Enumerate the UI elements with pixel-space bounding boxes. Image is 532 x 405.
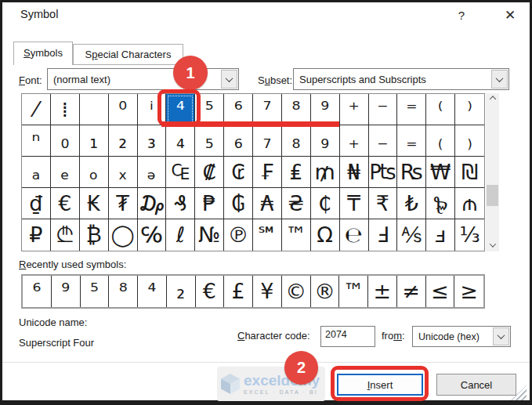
symbol-cell[interactable]: ₄ [166, 125, 195, 157]
recent-symbol-cell[interactable]: ⁸ [109, 276, 138, 307]
symbol-cell[interactable]: ⁰ [109, 94, 138, 125]
symbol-cell[interactable]: ₁ [80, 125, 109, 157]
chevron-down-icon[interactable] [221, 70, 237, 89]
symbol-cell[interactable]: Ⅎ [369, 219, 398, 251]
symbol-cell[interactable]: ₹ [369, 188, 398, 219]
symbol-cell[interactable]: ⁽ [426, 94, 455, 125]
symbol-cell[interactable]: ₴ [282, 188, 311, 219]
symbol-cell[interactable]: ₓ [109, 157, 138, 188]
symbol-cell[interactable]: ₼ [455, 188, 484, 219]
chevron-down-icon[interactable] [493, 327, 509, 345]
recent-symbol-cell[interactable]: ⁹ [52, 276, 81, 307]
symbol-cell[interactable]: ⅍ [397, 219, 426, 251]
symbol-cell[interactable]: ₳ [253, 188, 282, 219]
symbol-cell[interactable]: ₽ [22, 219, 51, 251]
symbol-cell[interactable]: ⁶ [224, 94, 253, 125]
symbol-cell[interactable]: ◯ [109, 219, 138, 251]
help-icon[interactable]: ? [450, 5, 473, 26]
symbol-cell[interactable]: ⁷ [253, 94, 282, 125]
subset-select[interactable]: Superscripts and Subscripts [293, 68, 509, 90]
chevron-down-icon[interactable] [491, 70, 508, 89]
grid-scrollbar[interactable] [486, 93, 499, 251]
symbol-cell[interactable]: ₑ [51, 157, 80, 188]
symbol-cell[interactable]: ₪ [455, 157, 484, 188]
symbol-cell[interactable]: ⁿ [22, 125, 51, 157]
symbol-cell[interactable]: ₒ [80, 157, 109, 188]
symbol-cell[interactable]: € [51, 188, 80, 219]
symbol-cell[interactable]: ₔ [138, 157, 167, 188]
recent-symbol-cell[interactable]: ⁵ [81, 276, 110, 307]
recent-symbol-cell[interactable]: ± [368, 276, 397, 307]
symbol-cell[interactable]: ⁹ [311, 94, 340, 125]
symbol-cell[interactable]: ₍ [426, 125, 455, 157]
scroll-down-icon[interactable] [486, 238, 499, 251]
symbol-cell[interactable]: ₅ [195, 125, 224, 157]
symbol-cell[interactable]: ⅎ [426, 219, 455, 251]
symbol-cell[interactable]: ₀ [51, 125, 80, 157]
symbol-cell[interactable]: № [195, 219, 224, 251]
cancel-button[interactable]: Cancel [436, 374, 516, 396]
symbol-cell[interactable]: ₿ [80, 219, 109, 251]
symbol-cell[interactable]: ⁞ [51, 94, 80, 125]
character-code-input[interactable]: 2074 [320, 326, 375, 347]
symbol-cell[interactable]: ⁄ [22, 94, 51, 125]
recent-symbol-cell[interactable]: ₂ [167, 276, 196, 307]
recent-symbol-cell[interactable]: ≤ [426, 276, 455, 307]
recent-symbol-cell[interactable]: £ [224, 276, 253, 307]
symbol-cell[interactable]: ₱ [195, 188, 224, 219]
symbol-cell[interactable]: ₨ [397, 157, 426, 188]
from-select[interactable]: Unicode (hex) [412, 326, 511, 347]
insert-button[interactable]: Insert [337, 374, 423, 396]
symbol-cell[interactable]: ₻ [426, 188, 455, 219]
symbol-cell[interactable]: ₧ [369, 157, 398, 188]
symbol-cell[interactable]: ₂ [109, 125, 138, 157]
symbol-cell[interactable]: ₸ [340, 188, 369, 219]
symbol-cell[interactable]: ₡ [195, 157, 224, 188]
symbol-cell[interactable]: ₭ [80, 188, 109, 219]
symbol-cell[interactable]: ™ [282, 219, 311, 251]
symbol-cell[interactable]: ⁱ [138, 94, 167, 125]
symbol-cell[interactable]: ₊ [340, 125, 369, 157]
symbol-cell[interactable]: ℓ [166, 219, 195, 251]
close-icon[interactable]: ✕ [498, 5, 522, 26]
symbol-cell[interactable]: ₋ [369, 125, 398, 157]
scrollbar-thumb[interactable] [487, 185, 498, 206]
symbol-cell[interactable]: ⁼ [397, 94, 426, 125]
symbol-cell[interactable]: ℠ [253, 219, 282, 251]
tab-symbols[interactable]: Symbols [13, 42, 73, 65]
symbol-cell[interactable]: ₥ [311, 157, 340, 188]
symbol-cell[interactable]: Ω [311, 219, 340, 251]
symbol-cell[interactable]: ₦ [340, 157, 369, 188]
symbol-cell[interactable]: ₇ [253, 125, 282, 157]
symbol-cell[interactable]: ₤ [282, 157, 311, 188]
recent-symbol-cell[interactable]: ® [311, 276, 340, 307]
symbol-cell[interactable]: ₺ [397, 188, 426, 219]
symbol-cell[interactable]: ⁸ [282, 94, 311, 125]
symbol-cell[interactable]: ₵ [311, 188, 340, 219]
tab-special-characters[interactable]: Special Characters [73, 44, 183, 65]
recent-symbol-cell[interactable]: ™ [339, 276, 368, 307]
font-select[interactable]: (normal text) [47, 68, 239, 90]
symbol-cell[interactable]: ₉ [311, 125, 340, 157]
recent-symbol-cell[interactable]: ¥ [253, 276, 282, 307]
symbol-cell[interactable]: ₩ [426, 157, 455, 188]
symbol-cell[interactable]: ₆ [224, 125, 253, 157]
symbol-cell[interactable]: ⁵ [195, 94, 224, 125]
recent-symbol-cell[interactable]: ≥ [454, 276, 483, 307]
symbol-cell[interactable]: ₲ [224, 188, 253, 219]
symbol-cell[interactable]: ₈ [282, 125, 311, 157]
symbol-cell[interactable]: ₯ [138, 188, 167, 219]
symbol-cell[interactable]: ℅ [138, 219, 167, 251]
symbol-cell[interactable]: ₫ [22, 188, 51, 219]
symbol-cell[interactable]: ⁺ [340, 94, 369, 125]
symbol-cell[interactable]: ⁾ [455, 94, 484, 125]
symbol-cell[interactable]: ℗ [224, 219, 253, 251]
symbol-cell[interactable]: ℮ [340, 219, 369, 251]
recent-symbol-cell[interactable]: ⁶ [23, 276, 52, 307]
symbol-cell[interactable]: ⁻ [369, 94, 398, 125]
symbol-cell[interactable]: ₃ [138, 125, 167, 157]
recent-symbol-cell[interactable]: ⁴ [138, 276, 167, 307]
symbol-cell[interactable]: ₮ [109, 188, 138, 219]
symbol-cell[interactable] [80, 94, 109, 125]
recent-symbol-cell[interactable]: © [282, 276, 311, 307]
